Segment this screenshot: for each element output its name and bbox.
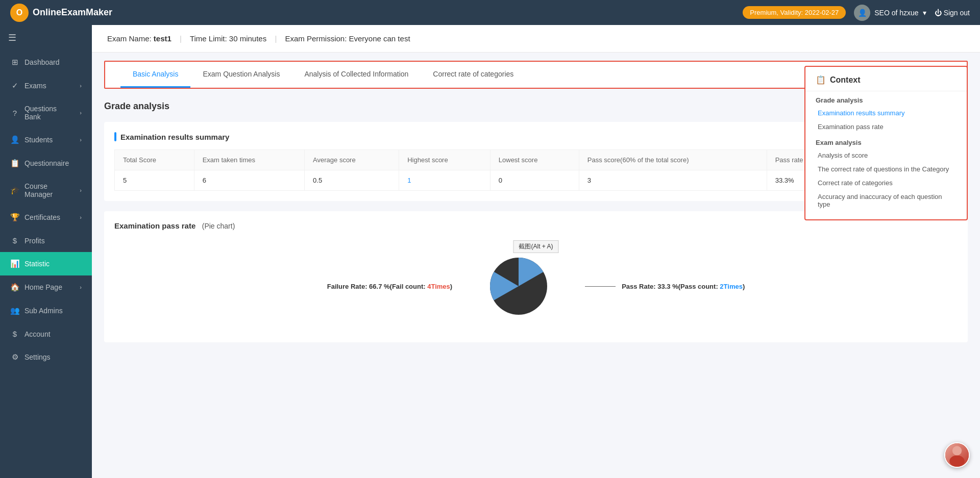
sidebar-item-exams[interactable]: ✓ Exams › [0, 74, 92, 97]
sidebar-item-label: Course Manager [24, 182, 75, 198]
sidebar-item-questionnaire[interactable]: 📋 Questionnaire [0, 152, 92, 175]
pass-rate-legend: Pass Rate: 33.3 %(Pass count: 2Times) [585, 283, 745, 290]
pass-count-value: 2Times [720, 283, 743, 290]
dashboard-icon: ⊞ [10, 58, 19, 67]
context-item-correct-rate-categories[interactable]: Correct rate of categories [805, 176, 967, 190]
account-icon: $ [10, 330, 19, 338]
exam-name-value: test1 [154, 34, 172, 43]
app-body: ☰ ⊞ Dashboard ✓ Exams › ? Questions Bank… [0, 25, 980, 478]
bottom-right-avatar[interactable] [944, 442, 970, 468]
context-title-text: Context [830, 76, 861, 85]
sidebar-item-account[interactable]: $ Account [0, 322, 92, 345]
certificates-icon: 🏆 [10, 213, 19, 222]
cell-pass-score: 3 [579, 170, 767, 191]
col-pass-score: Pass score(60% of the total score) [579, 150, 767, 170]
pie-svg [483, 250, 554, 322]
svg-point-0 [952, 446, 962, 455]
context-item-exam-results-summary[interactable]: Examination results summary [805, 106, 967, 120]
screenshot-tooltip: 截图(Alt + A) [513, 240, 558, 253]
pie-chart-wrapper: 截图(Alt + A) Failure Rate: 66.7 %(Fail co… [114, 240, 958, 332]
avatar-image [945, 443, 969, 467]
sidebar-item-questions-bank[interactable]: ? Questions Bank › [0, 97, 92, 128]
tab-basic-analysis[interactable]: Basic Analysis [120, 62, 190, 88]
cell-exam-taken: 6 [194, 170, 304, 191]
app-logo: O OnlineExamMaker [10, 4, 112, 22]
exam-header: Exam Name: test1 | Time Limit: 30 minute… [92, 25, 980, 53]
avatar: 👤 [854, 5, 870, 21]
context-item-analysis-of-score[interactable]: Analysis of score [805, 148, 967, 162]
sidebar-item-label: Settings [24, 353, 51, 361]
app-name: OnlineExamMaker [33, 7, 112, 18]
context-panel: 📋 Context Grade analysis Examination res… [804, 66, 968, 220]
sub-admins-icon: 👥 [10, 306, 19, 315]
sidebar-item-course-manager[interactable]: 🎓 Course Manager › [0, 175, 92, 206]
sign-out-button[interactable]: ⏻ Sign out [935, 9, 970, 17]
questionnaire-icon: 📋 [10, 159, 19, 168]
sidebar-item-students[interactable]: 👤 Students › [0, 128, 92, 152]
separator: | [275, 34, 277, 43]
tab-exam-question-analysis[interactable]: Exam Question Analysis [190, 62, 292, 88]
pie-title: Examination pass rate (Pie chart) [114, 221, 958, 230]
context-item-accuracy-inaccuracy[interactable]: Accuracy and inaccuracy of each question… [805, 190, 967, 211]
pie-title-text: Examination pass rate [114, 221, 195, 230]
sidebar-toggle-button[interactable]: ☰ [0, 25, 92, 51]
sidebar-item-sub-admins[interactable]: 👥 Sub Admins [0, 299, 92, 322]
sidebar-item-label: Questions Bank [24, 105, 75, 121]
tab-category-statistics[interactable]: Correct rate of categories [421, 62, 526, 88]
context-item-exam-pass-rate[interactable]: Examination pass rate [805, 120, 967, 134]
cell-lowest: 0 [490, 170, 579, 191]
chevron-right-icon: › [80, 214, 82, 220]
sidebar-item-label: Students [24, 136, 53, 144]
sidebar-item-dashboard[interactable]: ⊞ Dashboard [0, 51, 92, 74]
tab-label: Analysis of Collected Information [304, 70, 408, 78]
tabs: Basic Analysis Exam Question Analysis An… [120, 62, 526, 88]
premium-badge: Premium, Validity: 2022-02-27 [743, 6, 846, 19]
col-avg-score: Average score [305, 150, 399, 170]
sidebar-item-label: Account [24, 330, 51, 338]
results-summary-text: Examination results summary [120, 133, 229, 141]
sidebar-item-label: Home Page [24, 283, 62, 291]
profits-icon: $ [10, 236, 19, 245]
topbar-right: Premium, Validity: 2022-02-27 👤 SEO of h… [743, 5, 970, 21]
pie-chart-section: Examination pass rate (Pie chart) 截图(Alt… [104, 211, 968, 342]
col-lowest: Lowest score [490, 150, 579, 170]
chevron-right-icon: › [80, 137, 82, 143]
chevron-right-icon: › [80, 284, 82, 290]
pie-chart [483, 250, 554, 322]
sidebar-item-label: Questionnaire [24, 159, 69, 167]
sidebar: ☰ ⊞ Dashboard ✓ Exams › ? Questions Bank… [0, 25, 92, 478]
sidebar-item-homepage[interactable]: 🏠 Home Page › [0, 275, 92, 299]
sidebar-item-label: Certificates [24, 213, 60, 221]
chevron-down-icon: ▾ [923, 9, 926, 17]
sidebar-item-label: Sub Admins [24, 307, 63, 315]
power-icon: ⏻ [935, 9, 942, 17]
col-highest: Highest score [399, 150, 491, 170]
exams-icon: ✓ [10, 81, 19, 90]
sidebar-item-label: Statistic [24, 260, 50, 268]
legend-line [585, 286, 616, 287]
sidebar-item-profits[interactable]: $ Profits [0, 229, 92, 252]
topbar: O OnlineExamMaker Premium, Validity: 202… [0, 0, 980, 25]
course-icon: 🎓 [10, 186, 19, 195]
context-panel-title: 📋 Context [805, 75, 967, 91]
sidebar-item-certificates[interactable]: 🏆 Certificates › [0, 206, 92, 229]
user-info[interactable]: 👤 SEO of hzxue ▾ [854, 5, 926, 21]
failure-rate-legend: Failure Rate: 66.7 %(Fail count: 4Times) [327, 283, 452, 290]
separator: | [180, 34, 182, 43]
context-icon: 📋 [816, 75, 826, 85]
context-item-correct-rate-category[interactable]: The correct rate of questions in the Cat… [805, 162, 967, 176]
chevron-right-icon: › [80, 110, 82, 116]
settings-icon: ⚙ [10, 353, 19, 362]
failure-rate-text: Failure Rate: 66.7 %(Fail count: 4Times) [327, 283, 452, 290]
sidebar-item-settings[interactable]: ⚙ Settings [0, 345, 92, 369]
cell-highest: 1 [399, 170, 491, 191]
tab-collected-info[interactable]: Analysis of Collected Information [292, 62, 421, 88]
sidebar-item-statistic[interactable]: 📊 Statistic [0, 252, 92, 275]
pass-rate-text: Pass Rate: 33.3 %(Pass count: 2Times) [622, 283, 745, 290]
sign-out-label: Sign out [944, 9, 970, 17]
pie-subtitle: (Pie chart) [202, 222, 235, 230]
main-content: Exam Name: test1 | Time Limit: 30 minute… [92, 25, 980, 478]
logo-icon: O [10, 4, 29, 22]
sidebar-item-label: Profits [24, 237, 45, 245]
time-limit-label: Time Limit: 30 minutes [190, 34, 266, 43]
